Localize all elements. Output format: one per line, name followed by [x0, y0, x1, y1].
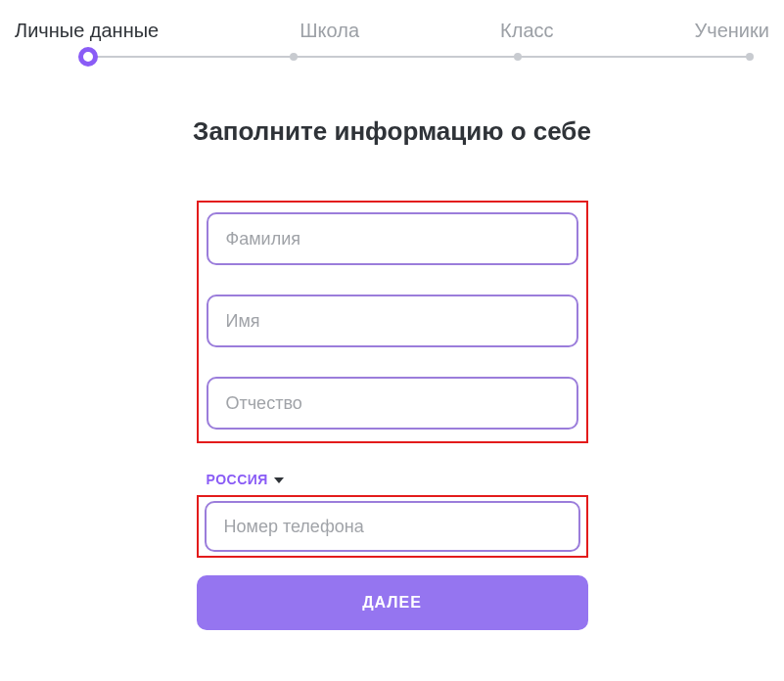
firstname-input[interactable]: [207, 295, 578, 347]
lastname-input[interactable]: [207, 212, 578, 265]
stepper-track: [88, 56, 750, 58]
step-dot: [746, 53, 754, 61]
middlename-input[interactable]: [207, 377, 578, 430]
chevron-down-icon: [274, 477, 284, 483]
step-dot-active: [78, 47, 98, 67]
personal-info-form: РОССИЯ ДАЛЕЕ: [197, 201, 588, 630]
step-label-personal[interactable]: Личные данные: [15, 20, 159, 42]
step-dot: [514, 53, 522, 61]
country-select[interactable]: РОССИЯ: [197, 472, 284, 495]
stepper: Личные данные Школа Класс Ученики: [15, 20, 769, 58]
step-label-students[interactable]: Ученики: [695, 20, 769, 42]
stepper-labels: Личные данные Школа Класс Ученики: [15, 20, 769, 42]
page-title: Заполните информацию о себе: [15, 116, 769, 147]
phone-field-highlight: [197, 495, 588, 558]
step-label-class[interactable]: Класс: [500, 20, 553, 42]
country-label: РОССИЯ: [207, 472, 268, 487]
phone-input[interactable]: [205, 501, 580, 552]
step-dot: [290, 53, 298, 61]
step-label-school[interactable]: Школа: [300, 20, 359, 42]
name-fields-highlight: [197, 201, 588, 443]
next-button[interactable]: ДАЛЕЕ: [197, 575, 588, 630]
